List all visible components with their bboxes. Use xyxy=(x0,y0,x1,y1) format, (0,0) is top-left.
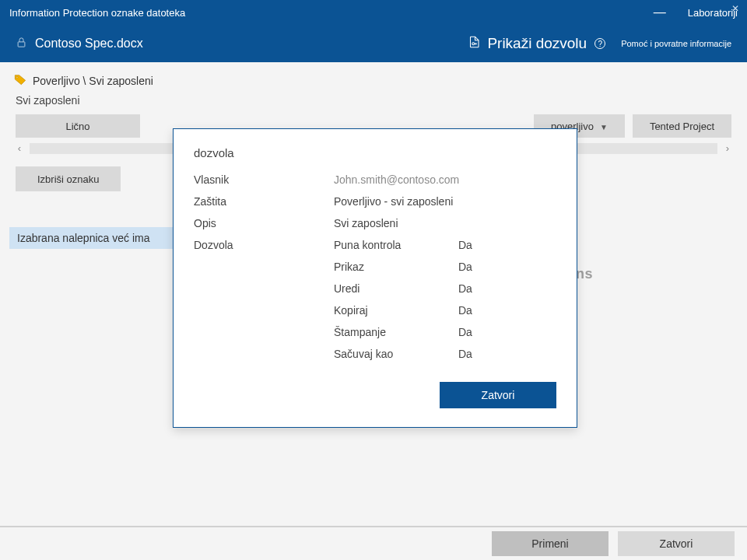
tag-icon xyxy=(14,73,26,88)
permission-label: Dozvola xyxy=(194,239,334,360)
protection-label: Zaštita xyxy=(194,195,334,208)
permission-row: Sačuvaj kaoDa xyxy=(334,348,472,360)
description-label: Opis xyxy=(194,217,334,229)
permission-name: Kopiraj xyxy=(334,304,458,317)
footer: Primeni Zatvori xyxy=(0,526,747,560)
permission-name: Sačuvaj kao xyxy=(334,348,458,360)
permission-name: Prikaz xyxy=(334,261,458,273)
svg-rect-0 xyxy=(18,42,25,47)
app-title: Information Protection oznake datoteka xyxy=(9,7,185,19)
lab-label: Laboratoriji xyxy=(688,7,738,19)
permission-row: ŠtampanjeDa xyxy=(334,326,472,338)
background-text: ns xyxy=(576,266,593,282)
minimize-button[interactable]: — xyxy=(652,5,668,19)
show-permission-button[interactable]: Prikaži dozvolu ? xyxy=(467,34,605,54)
document-bar: Contoso Spec.docx Prikaži dozvolu ? Pomo… xyxy=(0,25,747,62)
permission-value: Da xyxy=(458,261,472,273)
permission-row: PrikazDa xyxy=(334,261,472,273)
permission-value: Da xyxy=(458,282,472,295)
app-window: Information Protection oznake datoteka —… xyxy=(0,0,747,560)
permission-name: Štampanje xyxy=(334,326,458,338)
label-licno[interactable]: Lično xyxy=(16,114,140,138)
permission-row: KopirajDa xyxy=(334,304,472,317)
breadcrumb-text: Poverljivo \ Svi zaposleni xyxy=(33,75,153,87)
svg-point-1 xyxy=(472,42,475,44)
permission-row: Puna kontrolaDa xyxy=(334,239,472,251)
lock-icon xyxy=(16,36,27,51)
breadcrumb: Poverljivo \ Svi zaposleni xyxy=(0,62,747,94)
close-button[interactable]: Zatvori xyxy=(618,531,735,556)
svg-point-2 xyxy=(16,76,18,78)
delete-label-button[interactable]: Izbriši oznaku xyxy=(16,166,121,191)
owner-label: Vlasnik xyxy=(194,173,334,186)
permission-name: Uredi xyxy=(334,282,458,295)
filename: Contoso Spec.docx xyxy=(35,37,143,51)
selected-label-msg: Izabrana nalepnica već ima xyxy=(9,227,181,249)
permission-row: UrediDa xyxy=(334,282,472,295)
dialog-close-button[interactable]: Zatvori xyxy=(440,382,556,408)
title-bar: Information Protection oznake datoteka —… xyxy=(0,0,747,25)
permission-value: Da xyxy=(458,348,472,360)
permission-value: Da xyxy=(458,326,472,338)
permission-value: Da xyxy=(458,304,472,317)
label-tented[interactable]: Tented Project xyxy=(633,114,731,138)
permission-name: Puna kontrola xyxy=(334,239,458,251)
help-link[interactable]: Pomoć i povratne informacije xyxy=(621,39,731,48)
permission-value: Da xyxy=(458,239,472,251)
permission-dialog: dozvola Vlasnik John.smith@contoso.com Z… xyxy=(173,128,577,428)
section-heading: Svi zaposleni xyxy=(0,94,747,114)
description-value: Svi zaposleni xyxy=(334,217,556,229)
chevron-down-icon: ▼ xyxy=(600,123,608,131)
help-icon: ? xyxy=(594,38,605,49)
show-permission-label: Prikaži dozvolu xyxy=(487,35,587,52)
permission-list: Puna kontrolaDaPrikazDaUrediDaKopirajDaŠ… xyxy=(334,239,472,360)
close-window-icon[interactable]: ✕ xyxy=(731,3,739,14)
scroll-left-icon[interactable]: ‹ xyxy=(14,142,25,154)
page-key-icon xyxy=(467,34,481,54)
scroll-right-icon[interactable]: › xyxy=(722,142,733,154)
dialog-title: dozvola xyxy=(194,146,556,159)
owner-value: John.smith@contoso.com xyxy=(334,173,556,186)
apply-button[interactable]: Primeni xyxy=(492,531,608,556)
protection-value: Poverljivo - svi zaposleni xyxy=(334,195,556,208)
